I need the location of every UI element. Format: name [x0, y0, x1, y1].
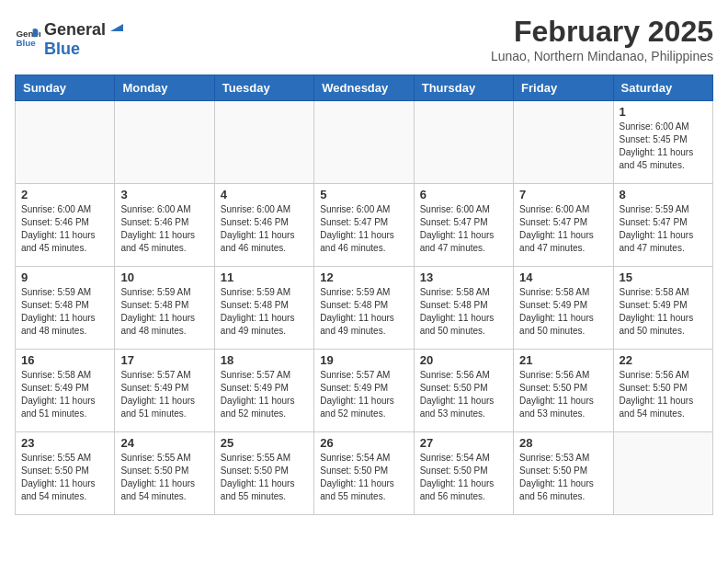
day-info: Sunrise: 5:54 AM Sunset: 5:50 PM Dayligh…	[420, 452, 507, 503]
day-info: Sunrise: 5:58 AM Sunset: 5:49 PM Dayligh…	[519, 286, 607, 338]
day-number: 11	[221, 270, 308, 284]
day-info: Sunrise: 5:57 AM Sunset: 5:49 PM Dayligh…	[120, 369, 208, 420]
day-info: Sunrise: 6:00 AM Sunset: 5:47 PM Dayligh…	[519, 203, 607, 255]
day-number: 22	[620, 353, 707, 367]
calendar-cell: 20Sunrise: 5:56 AM Sunset: 5:50 PM Dayli…	[414, 350, 513, 432]
day-info: Sunrise: 6:00 AM Sunset: 5:46 PM Dayligh…	[221, 203, 308, 255]
calendar-week-row: 23Sunrise: 5:55 AM Sunset: 5:50 PM Dayli…	[16, 432, 713, 515]
col-header-saturday: Saturday	[613, 75, 712, 101]
calendar-cell: 5Sunrise: 6:00 AM Sunset: 5:47 PM Daylig…	[314, 184, 414, 267]
col-header-wednesday: Wednesday	[314, 75, 414, 101]
col-header-friday: Friday	[514, 75, 613, 101]
calendar-cell: 21Sunrise: 5:56 AM Sunset: 5:50 PM Dayli…	[514, 350, 613, 432]
calendar-table: SundayMondayTuesdayWednesdayThursdayFrid…	[15, 75, 713, 515]
day-number: 9	[21, 270, 108, 284]
day-number: 3	[120, 188, 208, 201]
day-info: Sunrise: 6:00 AM Sunset: 5:46 PM Dayligh…	[120, 203, 208, 255]
col-header-tuesday: Tuesday	[214, 75, 313, 101]
calendar-cell	[414, 101, 513, 184]
calendar-cell: 23Sunrise: 5:55 AM Sunset: 5:50 PM Dayli…	[16, 432, 115, 515]
calendar-week-row: 2Sunrise: 6:00 AM Sunset: 5:46 PM Daylig…	[16, 184, 713, 267]
calendar-cell: 10Sunrise: 5:59 AM Sunset: 5:48 PM Dayli…	[115, 267, 214, 350]
day-number: 10	[120, 270, 208, 284]
calendar-header-row: SundayMondayTuesdayWednesdayThursdayFrid…	[16, 75, 713, 101]
calendar-cell: 25Sunrise: 5:55 AM Sunset: 5:50 PM Dayli…	[214, 432, 313, 515]
day-info: Sunrise: 5:59 AM Sunset: 5:48 PM Dayligh…	[120, 286, 208, 338]
day-number: 18	[221, 353, 308, 367]
day-info: Sunrise: 5:55 AM Sunset: 5:50 PM Dayligh…	[21, 452, 108, 503]
calendar-cell: 7Sunrise: 6:00 AM Sunset: 5:47 PM Daylig…	[514, 184, 613, 267]
day-number: 28	[519, 436, 607, 450]
logo-icon: General Blue	[15, 24, 40, 50]
day-number: 26	[320, 436, 407, 450]
day-number: 2	[21, 188, 108, 201]
calendar-cell: 24Sunrise: 5:55 AM Sunset: 5:50 PM Dayli…	[115, 432, 214, 515]
day-number: 7	[519, 188, 607, 201]
calendar-week-row: 1Sunrise: 6:00 AM Sunset: 5:45 PM Daylig…	[16, 101, 713, 184]
logo-blue-text: Blue	[44, 40, 80, 58]
calendar-cell	[314, 101, 414, 184]
location-text: Lunao, Northern Mindanao, Philippines	[491, 49, 713, 63]
day-number: 12	[320, 270, 407, 284]
day-info: Sunrise: 5:57 AM Sunset: 5:49 PM Dayligh…	[221, 369, 308, 420]
calendar-cell	[16, 101, 115, 184]
day-number: 24	[120, 436, 208, 450]
day-info: Sunrise: 6:00 AM Sunset: 5:47 PM Dayligh…	[420, 203, 507, 255]
day-info: Sunrise: 6:00 AM Sunset: 5:46 PM Dayligh…	[21, 203, 108, 255]
calendar-cell: 18Sunrise: 5:57 AM Sunset: 5:49 PM Dayli…	[214, 350, 313, 432]
day-info: Sunrise: 5:57 AM Sunset: 5:49 PM Dayligh…	[320, 369, 407, 420]
day-number: 19	[320, 353, 407, 367]
day-number: 27	[420, 436, 507, 450]
day-number: 8	[620, 188, 707, 201]
day-info: Sunrise: 5:58 AM Sunset: 5:49 PM Dayligh…	[21, 369, 108, 420]
day-number: 1	[620, 105, 707, 119]
day-info: Sunrise: 6:00 AM Sunset: 5:47 PM Dayligh…	[320, 203, 407, 255]
day-number: 20	[420, 353, 507, 367]
calendar-week-row: 9Sunrise: 5:59 AM Sunset: 5:48 PM Daylig…	[16, 267, 713, 350]
calendar-cell: 15Sunrise: 5:58 AM Sunset: 5:49 PM Dayli…	[613, 267, 712, 350]
calendar-cell: 11Sunrise: 5:59 AM Sunset: 5:48 PM Dayli…	[214, 267, 313, 350]
calendar-cell: 9Sunrise: 5:59 AM Sunset: 5:48 PM Daylig…	[16, 267, 115, 350]
day-info: Sunrise: 5:56 AM Sunset: 5:50 PM Dayligh…	[620, 369, 707, 420]
day-info: Sunrise: 5:56 AM Sunset: 5:50 PM Dayligh…	[519, 369, 607, 420]
calendar-cell: 4Sunrise: 6:00 AM Sunset: 5:46 PM Daylig…	[214, 184, 313, 267]
calendar-cell: 6Sunrise: 6:00 AM Sunset: 5:47 PM Daylig…	[414, 184, 513, 267]
day-info: Sunrise: 5:55 AM Sunset: 5:50 PM Dayligh…	[221, 452, 308, 503]
calendar-cell: 13Sunrise: 5:58 AM Sunset: 5:48 PM Dayli…	[414, 267, 513, 350]
day-info: Sunrise: 6:00 AM Sunset: 5:45 PM Dayligh…	[620, 121, 707, 172]
calendar-cell: 26Sunrise: 5:54 AM Sunset: 5:50 PM Dayli…	[314, 432, 414, 515]
day-info: Sunrise: 5:58 AM Sunset: 5:48 PM Dayligh…	[420, 286, 507, 338]
logo: General Blue General Blue	[15, 15, 128, 59]
col-header-sunday: Sunday	[16, 75, 115, 101]
month-title: February 2025	[491, 15, 713, 49]
day-number: 14	[519, 270, 607, 284]
day-number: 23	[21, 436, 108, 450]
day-number: 16	[21, 353, 108, 367]
logo-general-text: General	[44, 20, 106, 40]
calendar-cell: 16Sunrise: 5:58 AM Sunset: 5:49 PM Dayli…	[16, 350, 115, 432]
day-info: Sunrise: 5:53 AM Sunset: 5:50 PM Dayligh…	[519, 452, 607, 503]
calendar-cell	[115, 101, 214, 184]
calendar-cell: 22Sunrise: 5:56 AM Sunset: 5:50 PM Dayli…	[613, 350, 712, 432]
col-header-thursday: Thursday	[414, 75, 513, 101]
day-info: Sunrise: 5:59 AM Sunset: 5:48 PM Dayligh…	[320, 286, 407, 338]
calendar-cell: 8Sunrise: 5:59 AM Sunset: 5:47 PM Daylig…	[613, 184, 712, 267]
calendar-cell: 12Sunrise: 5:59 AM Sunset: 5:48 PM Dayli…	[314, 267, 414, 350]
calendar-cell: 19Sunrise: 5:57 AM Sunset: 5:49 PM Dayli…	[314, 350, 414, 432]
day-number: 4	[221, 188, 308, 201]
calendar-cell: 2Sunrise: 6:00 AM Sunset: 5:46 PM Daylig…	[16, 184, 115, 267]
svg-marker-2	[110, 24, 123, 31]
day-info: Sunrise: 5:59 AM Sunset: 5:47 PM Dayligh…	[620, 203, 707, 255]
calendar-cell	[514, 101, 613, 184]
day-number: 13	[420, 270, 507, 284]
day-number: 25	[221, 436, 308, 450]
logo-triangle-icon	[107, 15, 127, 35]
calendar-cell	[613, 432, 712, 515]
calendar-cell	[214, 101, 313, 184]
day-info: Sunrise: 5:55 AM Sunset: 5:50 PM Dayligh…	[120, 452, 208, 503]
calendar-cell: 17Sunrise: 5:57 AM Sunset: 5:49 PM Dayli…	[115, 350, 214, 432]
page-header: General Blue General Blue February 2025 …	[15, 15, 713, 63]
calendar-cell: 27Sunrise: 5:54 AM Sunset: 5:50 PM Dayli…	[414, 432, 513, 515]
calendar-cell: 3Sunrise: 6:00 AM Sunset: 5:46 PM Daylig…	[115, 184, 214, 267]
day-info: Sunrise: 5:54 AM Sunset: 5:50 PM Dayligh…	[320, 452, 407, 503]
